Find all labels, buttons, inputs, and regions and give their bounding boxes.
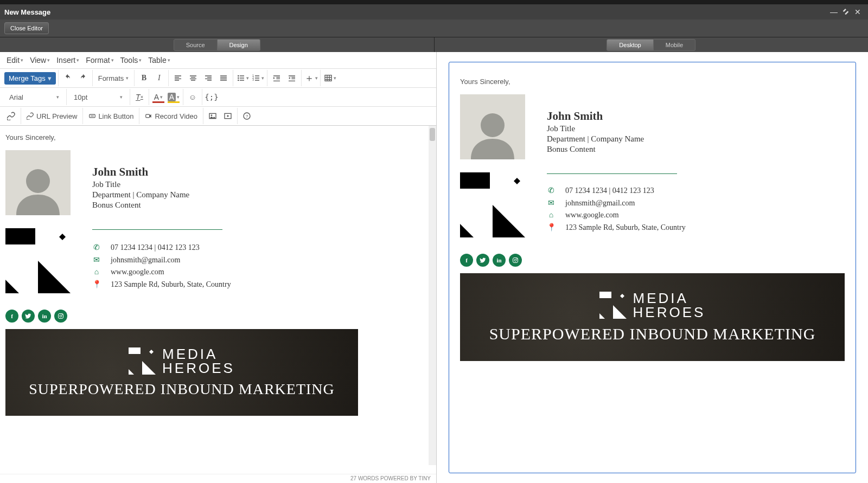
email-icon: ✉ (92, 255, 101, 265)
record-video-button[interactable]: Record Video (142, 112, 201, 120)
company-logo[interactable] (5, 228, 71, 293)
align-right-button[interactable] (201, 71, 215, 85)
signature-job-title[interactable]: Job Title (92, 180, 189, 189)
svg-rect-18 (129, 347, 141, 354)
signature-name[interactable]: John Smith (92, 165, 189, 179)
align-justify-button[interactable] (216, 71, 231, 85)
preview-name: John Smith (547, 110, 644, 123)
font-family-select[interactable]: Arial▾ (4, 89, 64, 105)
editor-pane: Edit▾ View▾ Insert▾ Format▾ Tools▾ Table… (0, 52, 437, 483)
insert-link-button[interactable] (4, 109, 18, 123)
phone-icon: ✆ (547, 186, 556, 195)
preview-banner-brand-bottom: HEROES (633, 305, 706, 319)
tab-mobile[interactable]: Mobile (654, 39, 695, 51)
banner-brand-bottom: HEROES (162, 361, 235, 375)
restore-button[interactable] (840, 7, 852, 17)
svg-rect-14 (5, 228, 35, 244)
formats-dropdown[interactable]: Formats▾ (95, 74, 132, 82)
link-button-button[interactable]: Link Button (85, 112, 137, 120)
insert-menu-button[interactable]: ＋▾ (304, 71, 318, 85)
url-preview-button[interactable]: URL Preview (23, 112, 80, 120)
menu-table[interactable]: Table▾ (145, 54, 173, 67)
preview-banner-brand-top: MEDIA (633, 291, 706, 305)
outdent-button[interactable] (270, 71, 284, 85)
menu-format[interactable]: Format▾ (82, 54, 117, 67)
signature-block[interactable]: Yours Sincerely, John Smith Job Title De… (5, 133, 429, 416)
preview-phone: 07 1234 1234 | 0412 123 123 (565, 186, 654, 195)
instagram-icon[interactable] (54, 310, 67, 323)
svg-rect-24 (599, 292, 611, 298)
menu-edit[interactable]: Edit▾ (3, 54, 27, 67)
email-icon: ✉ (547, 198, 556, 208)
menubar: Edit▾ View▾ Insert▾ Format▾ Tools▾ Table… (0, 52, 436, 69)
tab-design[interactable]: Design (218, 39, 260, 51)
editor-scrollbar[interactable] (429, 126, 436, 465)
preview-banner-tagline: SUPERPOWERED INBOUND MARKETING (489, 325, 816, 343)
preview-email: johnsmith@gmail.com (565, 199, 635, 208)
insert-image-button[interactable] (206, 109, 220, 123)
minimize-button[interactable]: — (828, 7, 840, 17)
tab-source[interactable]: Source (174, 39, 218, 51)
numbered-list-button[interactable]: 123▾ (251, 71, 265, 85)
preview-website: www.google.com (565, 211, 619, 220)
twitter-icon[interactable] (22, 310, 35, 323)
preview-avatar (460, 94, 525, 159)
preview-department: Department | Company Name (547, 134, 644, 144)
svg-point-0 (238, 75, 239, 77)
merge-tags-button[interactable]: Merge Tags▾ (4, 72, 56, 85)
table-button[interactable]: ▾ (323, 71, 337, 85)
italic-button[interactable]: I (152, 71, 166, 85)
instagram-icon (509, 254, 522, 267)
signature-greeting[interactable]: Yours Sincerely, (5, 133, 429, 141)
editor-subheader: Close Editor (0, 20, 868, 37)
preview-frame: Yours Sincerely, John Smith Job Title De… (449, 62, 856, 473)
preview-social-links: f in (460, 254, 845, 267)
menu-insert[interactable]: Insert▾ (53, 54, 82, 67)
menu-tools[interactable]: Tools▾ (117, 54, 145, 67)
signature-bonus[interactable]: Bonus Content (92, 201, 189, 210)
window-title: New Message (4, 8, 50, 16)
divider-line (92, 229, 222, 230)
signature-website[interactable]: www.google.com (111, 268, 164, 276)
align-left-button[interactable] (171, 71, 185, 85)
clear-formatting-button[interactable]: T× (132, 90, 146, 104)
signature-phone[interactable]: 07 1234 1234 | 0412 123 123 (111, 243, 200, 252)
close-editor-button[interactable]: Close Editor (4, 22, 49, 34)
undo-button[interactable] (61, 71, 75, 85)
code-block-button[interactable]: {;} (205, 90, 219, 104)
promo-banner[interactable]: MEDIA HEROES SUPERPOWERED INBOUND MARKET… (5, 329, 358, 416)
highlight-color-button[interactable]: A▾ (167, 90, 181, 104)
svg-point-16 (60, 315, 62, 317)
bullet-list-button[interactable]: ▾ (235, 71, 250, 85)
signature-email[interactable]: johnsmith@gmail.com (111, 256, 180, 265)
text-color-button[interactable]: A▾ (151, 90, 165, 104)
facebook-icon: f (460, 254, 473, 267)
website-icon: ⌂ (92, 268, 101, 276)
preview-address: 123 Sample Rd, Suburb, State, Country (565, 223, 686, 232)
editor-body[interactable]: Yours Sincerely, John Smith Job Title De… (0, 126, 436, 474)
tab-desktop[interactable]: Desktop (607, 39, 653, 51)
preview-greeting: Yours Sincerely, (460, 78, 845, 86)
svg-point-9 (211, 114, 213, 116)
align-center-button[interactable] (186, 71, 200, 85)
indent-button[interactable] (285, 71, 299, 85)
avatar-placeholder[interactable] (5, 150, 71, 215)
bold-button[interactable]: B (137, 71, 151, 85)
scrollbar-thumb[interactable] (430, 128, 435, 141)
preview-company-logo (460, 172, 525, 237)
svg-rect-7 (146, 114, 150, 118)
signature-address[interactable]: 123 Sample Rd, Suburb, State, Country (111, 280, 231, 289)
font-size-select[interactable]: 10pt▾ (69, 89, 127, 105)
location-icon: 📍 (547, 223, 556, 232)
signature-department[interactable]: Department | Company Name (92, 190, 189, 199)
insert-media-button[interactable] (221, 109, 235, 123)
close-button[interactable]: ✕ (852, 7, 864, 17)
linkedin-icon[interactable]: in (38, 310, 51, 323)
facebook-icon[interactable]: f (5, 310, 18, 323)
menu-view[interactable]: View▾ (27, 54, 53, 67)
svg-text:?: ? (246, 114, 248, 119)
help-button[interactable]: ? (240, 109, 254, 123)
emoji-button[interactable]: ☺ (186, 90, 200, 104)
mode-tab-bar: Source Design Desktop Mobile (0, 37, 868, 53)
redo-button[interactable] (76, 71, 90, 85)
